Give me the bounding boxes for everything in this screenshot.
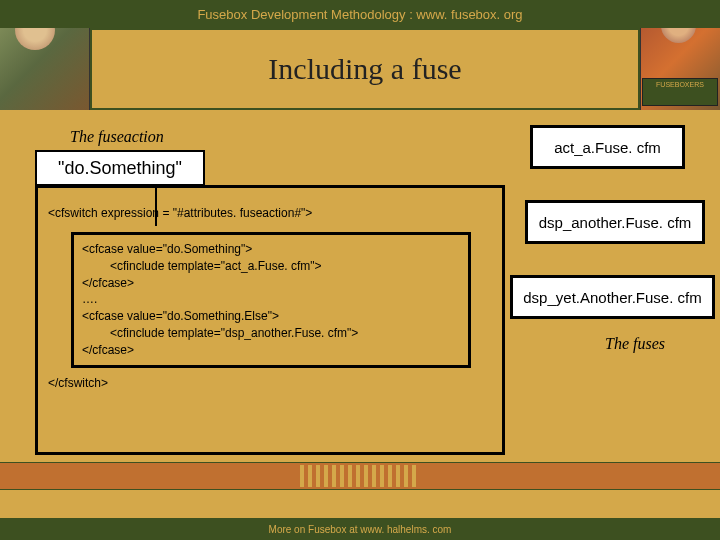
code-cfcase-block: <cfcase value="do.Something"> <cfinclude…: [71, 232, 471, 368]
fuses-label: The fuses: [605, 335, 665, 353]
code-cfswitch-open: <cfswitch expression = "#attributes. fus…: [48, 206, 497, 220]
footer-text: More on Fusebox at www. halhelms. com: [269, 524, 452, 535]
fuseaction-label: The fuseaction: [70, 128, 164, 146]
fuse-file-box-2: dsp_another.Fuse. cfm: [525, 200, 705, 244]
fuse-file-box-1: act_a.Fuse. cfm: [530, 125, 685, 169]
fuse-file-box-3: dsp_yet.Another.Fuse. cfm: [510, 275, 715, 319]
fuseaction-name-box: "do.Something": [35, 150, 205, 186]
arrow-fuseaction-to-code: [155, 186, 157, 226]
code-case2-open: <cfcase value="do.Something.Else">: [82, 308, 460, 325]
fusebox-code-box: <cfswitch expression = "#attributes. fus…: [35, 185, 505, 455]
header-breadcrumb: Fusebox Development Methodology : www. f…: [0, 0, 720, 28]
page-title: Including a fuse: [268, 52, 461, 86]
code-case1-open: <cfcase value="do.Something">: [82, 241, 460, 258]
footer-decoration-pattern: [300, 465, 420, 487]
slide-content: The fuseaction "do.Something" <cfswitch …: [0, 110, 720, 470]
code-case1-close: </cfcase>: [82, 275, 460, 292]
code-case2-close: </cfcase>: [82, 342, 460, 359]
code-cfswitch-close: </cfswitch>: [48, 376, 497, 390]
footer-decoration-stripe: [0, 462, 720, 490]
code-case2-include: <cfinclude template="dsp_another.Fuse. c…: [110, 325, 460, 342]
code-case1-include: <cfinclude template="act_a.Fuse. cfm">: [110, 258, 460, 275]
footer-bar: More on Fusebox at www. halhelms. com: [0, 518, 720, 540]
breadcrumb-text: Fusebox Development Methodology : www. f…: [197, 7, 522, 22]
title-bar: Including a fuse: [90, 28, 640, 110]
code-ellipsis: ….: [82, 291, 460, 308]
fuseboxers-badge: FUSEBOXERS: [642, 78, 718, 106]
